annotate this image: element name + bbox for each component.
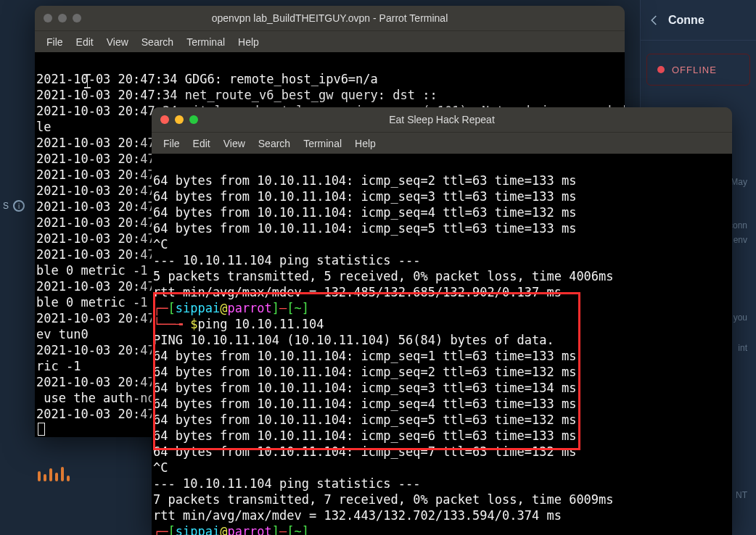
prompt-user: sippai bbox=[176, 524, 220, 535]
ping-line: 64 bytes from 10.10.11.104: icmp_seq=6 t… bbox=[153, 428, 576, 443]
menu-terminal[interactable]: Terminal bbox=[186, 36, 225, 48]
ctrl-c: ^C bbox=[153, 237, 168, 252]
terminal-window-eshr[interactable]: Eat Sleep Hack Repeat File Edit View Sea… bbox=[152, 107, 732, 535]
ping-stats: 7 packets transmitted, 7 received, 0% pa… bbox=[153, 492, 614, 507]
log-line: 2021-10-03 20:47 bbox=[36, 247, 155, 262]
log-line: use the auth-no bbox=[36, 391, 155, 405]
menu-edit[interactable]: Edit bbox=[76, 36, 94, 48]
shell-command: ping 10.10.11.104 bbox=[197, 317, 324, 331]
window-title: openvpn lab_BuildTHEITGUY.ovpn - Parrot … bbox=[35, 12, 625, 24]
terminal-cursor-icon bbox=[38, 423, 45, 436]
menu-terminal[interactable]: Terminal bbox=[303, 138, 342, 149]
ping-line: 64 bytes from 10.10.11.104: icmp_seq=7 t… bbox=[153, 444, 576, 459]
window-title: Eat Sleep Hack Repeat bbox=[152, 114, 732, 125]
menu-view[interactable]: View bbox=[107, 36, 128, 48]
log-line: 2021-10-03 20:47 bbox=[36, 279, 155, 294]
log-line: 2021-10-03 20:47 bbox=[36, 199, 155, 214]
chevron-left-icon[interactable] bbox=[648, 14, 661, 27]
ping-stats: rtt min/avg/max/mdev = 132.443/132.702/1… bbox=[153, 508, 562, 523]
offline-label: OFFLINE bbox=[672, 65, 717, 75]
right-env-text: env bbox=[734, 235, 747, 245]
ping-header: PING 10.10.11.104 (10.10.11.104) 56(84) … bbox=[153, 333, 554, 347]
ping-line: 64 bytes from 10.10.11.104: icmp_seq=2 t… bbox=[153, 365, 576, 379]
right-nt-text: NT bbox=[736, 490, 747, 500]
log-line: 2021-10-03 20:47 bbox=[36, 152, 155, 166]
ping-stats: --- 10.10.11.104 ping statistics --- bbox=[153, 253, 420, 268]
prompt-branch: └──╼ bbox=[153, 317, 190, 331]
right-int-text: int bbox=[738, 343, 747, 353]
ping-line: 64 bytes from 10.10.11.104: icmp_seq=5 t… bbox=[153, 221, 576, 236]
ctrl-c: ^C bbox=[153, 460, 168, 475]
log-line: ev tun0 bbox=[36, 327, 89, 341]
menu-help[interactable]: Help bbox=[238, 36, 259, 48]
log-line: ric -1 bbox=[36, 359, 81, 373]
log-line: 2021-10-03 20:47 bbox=[36, 183, 155, 198]
ping-line: 64 bytes from 10.10.11.104: icmp_seq=4 t… bbox=[153, 205, 576, 220]
right-you-text: you bbox=[734, 312, 747, 323]
menubar: File Edit View Search Terminal Help bbox=[152, 132, 732, 154]
log-line: 2021-10-03 20:47 bbox=[36, 375, 155, 389]
prompt-user: sippai bbox=[176, 301, 220, 315]
ping-line: 64 bytes from 10.10.11.104: icmp_seq=1 t… bbox=[153, 349, 576, 363]
menu-file[interactable]: File bbox=[163, 138, 180, 149]
terminal-viewport-b[interactable]: 64 bytes from 10.10.11.104: icmp_seq=2 t… bbox=[152, 154, 732, 535]
prompt-host: parrot bbox=[227, 524, 271, 535]
info-icon[interactable]: i bbox=[13, 200, 25, 212]
menu-search[interactable]: Search bbox=[258, 138, 290, 149]
ping-stats: --- 10.10.11.104 ping statistics --- bbox=[153, 476, 420, 491]
log-line: 2021-10-03 20:47 bbox=[36, 343, 155, 357]
ping-line: 64 bytes from 10.10.11.104: icmp_seq=3 t… bbox=[153, 189, 576, 204]
log-line: 2021-10-03 20:47 bbox=[36, 215, 155, 230]
menu-help[interactable]: Help bbox=[355, 138, 376, 149]
menu-edit[interactable]: Edit bbox=[193, 138, 210, 149]
prompt-host: parrot bbox=[227, 301, 271, 315]
log-line: 2021-10-03 20:47 bbox=[36, 167, 155, 182]
ping-stats: rtt min/avg/max/mdev = 132.485/132.685/1… bbox=[153, 285, 562, 299]
ping-line: 64 bytes from 10.10.11.104: icmp_seq=5 t… bbox=[153, 412, 576, 427]
panel-title: Conne bbox=[668, 14, 704, 27]
menu-search[interactable]: Search bbox=[141, 36, 173, 48]
prompt-line: ┌─ bbox=[153, 524, 168, 535]
log-line: 2021-10-03 20:47 bbox=[36, 136, 155, 150]
menubar: File Edit View Search Terminal Help bbox=[35, 30, 625, 52]
log-line: 2021-10-03 20:47 bbox=[36, 407, 155, 421]
menu-view[interactable]: View bbox=[223, 138, 245, 149]
log-line: ble 0 metric -1 bbox=[36, 295, 148, 310]
ping-line: 64 bytes from 10.10.11.104: icmp_seq=4 t… bbox=[153, 397, 576, 411]
offline-dot-icon bbox=[657, 66, 665, 73]
prompt-line: ┌─ bbox=[153, 301, 168, 315]
ping-line: 64 bytes from 10.10.11.104: icmp_seq=3 t… bbox=[153, 381, 576, 395]
menu-file[interactable]: File bbox=[46, 36, 63, 48]
log-line: 2021-10-03 20:47 bbox=[36, 311, 155, 325]
right-sidebar-header: Conne bbox=[641, 0, 756, 41]
titlebar[interactable]: Eat Sleep Hack Repeat bbox=[152, 107, 732, 132]
ping-line: 64 bytes from 10.10.11.104: icmp_seq=2 t… bbox=[153, 173, 576, 188]
log-line: ble 0 metric -1 bbox=[36, 263, 148, 278]
log-line: 2021-10-03 20:47 bbox=[36, 231, 155, 246]
log-line: 2021-10-03 20:47:34 net_route_v6_best_gw… bbox=[36, 88, 437, 102]
connection-status[interactable]: OFFLINE bbox=[646, 54, 750, 86]
log-line: 2021-10-03 20:47:34 GDG6: remote_host_ip… bbox=[36, 72, 378, 86]
titlebar[interactable]: openvpn lab_BuildTHEITGUY.ovpn - Parrot … bbox=[35, 6, 625, 30]
sparkline-icon bbox=[38, 465, 70, 481]
info-badge-letter: S bbox=[3, 201, 9, 211]
ping-stats: 5 packets transmitted, 5 received, 0% pa… bbox=[153, 269, 614, 283]
log-line: le bbox=[36, 120, 51, 134]
info-badge: S i bbox=[3, 200, 25, 212]
right-timestamp: May bbox=[731, 177, 747, 187]
